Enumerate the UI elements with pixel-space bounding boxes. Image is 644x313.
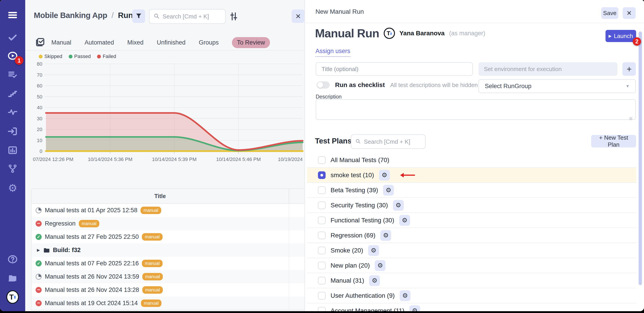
runs-tab[interactable]: Automated	[85, 39, 114, 46]
run-title[interactable]: Manual tests at 07 Feb 2025 22:16	[45, 260, 139, 267]
runs-search-input[interactable]	[162, 13, 221, 20]
run-as-checklist-toggle[interactable]	[316, 81, 330, 89]
test-plan-label[interactable]: Beta Testing (39)	[330, 187, 378, 194]
test-plan-settings-button[interactable]: ⚙	[383, 185, 394, 196]
save-button[interactable]: Save	[601, 7, 618, 19]
close-button[interactable]: ✕	[622, 7, 636, 19]
steps-icon[interactable]	[6, 87, 19, 100]
test-plan-label[interactable]: All Manual Tests (70)	[330, 156, 389, 164]
run-row[interactable]: Manual tests at 01 Apr 2025 12:58 manual	[32, 204, 304, 217]
test-plan-row[interactable]: Functional Testing (30) ⚙	[307, 213, 636, 228]
run-title[interactable]: Manual tests at 19 Oct 2024 15:14	[45, 300, 138, 307]
run-row[interactable]: Regression manual	[32, 217, 304, 230]
legend-item[interactable]: Failed	[97, 53, 116, 59]
rungroup-select[interactable]: Select RunGroup ▼	[478, 79, 636, 93]
run-title-input[interactable]	[316, 62, 473, 76]
expand-caret-icon[interactable]: ▶	[37, 248, 40, 253]
run-row[interactable]: ▶ Build: f32	[32, 244, 304, 257]
test-plan-checkbox[interactable]	[318, 186, 326, 194]
run-row[interactable]: Manual tests at 27 Feb 2025 22:50 manual	[32, 230, 304, 244]
test-plan-settings-button[interactable]: ⚙	[400, 290, 410, 301]
test-plan-label[interactable]: User Authentication (9)	[330, 292, 395, 299]
test-plan-label[interactable]: Functional Testing (30)	[330, 217, 394, 224]
analytics-icon[interactable]	[6, 144, 19, 156]
settings-gear-icon[interactable]: ⚙	[6, 182, 19, 194]
test-plan-row[interactable]: Account Management (11) ⚙	[307, 303, 636, 311]
test-plan-checkbox[interactable]	[318, 307, 326, 312]
breadcrumb-project[interactable]: Mobile Banking App	[34, 11, 107, 19]
test-plan-row[interactable]: Beta Testing (39) ⚙	[307, 183, 636, 198]
test-plan-label[interactable]: Manual (31)	[330, 277, 364, 284]
run-row[interactable]: Manual tests at 07 Feb 2025 22:16 manual	[32, 257, 304, 270]
test-plan-checkbox[interactable]	[318, 171, 326, 179]
test-plan-row[interactable]: smoke test (10) ⚙	[307, 168, 636, 183]
branch-icon[interactable]	[6, 162, 19, 175]
run-title[interactable]: Manual tests at 27 Feb 2025 22:50	[45, 233, 139, 240]
test-plans-search-input[interactable]	[364, 138, 421, 146]
menu-icon[interactable]	[6, 9, 19, 21]
pulse-icon[interactable]	[6, 106, 19, 118]
run-title[interactable]: Build: f32	[53, 247, 80, 254]
app-logo[interactable]: T▮	[6, 291, 19, 303]
run-title[interactable]: Manual tests at 26 Nov 2024 13:28	[45, 287, 139, 294]
run-row[interactable]: Manual tests at 19 Oct 2024 15:14 manual	[32, 297, 304, 310]
runs-tab[interactable]: Groups	[199, 39, 219, 46]
description-textarea[interactable]	[316, 99, 636, 120]
runs-tab[interactable]: To Review	[232, 37, 270, 48]
test-plans-icon[interactable]	[6, 68, 19, 81]
test-plan-row[interactable]: User Authentication (9) ⚙	[307, 288, 636, 303]
launch-button[interactable]: ▶ Launch	[606, 30, 636, 42]
help-icon[interactable]	[6, 253, 19, 266]
test-plan-checkbox[interactable]	[318, 217, 326, 224]
test-plan-row[interactable]: Smoke (20) ⚙	[307, 243, 636, 258]
runs-tab[interactable]: Manual	[51, 39, 72, 46]
test-plan-checkbox[interactable]	[318, 277, 326, 285]
scrollbar-thumb[interactable]	[638, 31, 642, 285]
run-title[interactable]: Manual tests at 26 Nov 2024 13:59	[45, 273, 139, 280]
test-plan-row[interactable]: New plan (20) ⚙	[307, 258, 636, 273]
test-plan-settings-button[interactable]: ⚙	[369, 275, 380, 286]
legend-item[interactable]: Passed	[69, 53, 91, 59]
test-plan-settings-button[interactable]: ⚙	[393, 200, 404, 211]
import-icon[interactable]	[6, 125, 19, 138]
adjustments-icon[interactable]	[229, 12, 238, 21]
test-plan-label[interactable]: smoke test (10)	[330, 171, 374, 179]
runs-tab[interactable]: Unfinished	[157, 39, 186, 46]
run-row[interactable]: Manual tests at 26 Nov 2024 13:28 manual	[32, 283, 304, 297]
test-plan-label[interactable]: Smoke (20)	[330, 247, 363, 254]
test-plan-checkbox[interactable]	[318, 247, 326, 254]
test-plan-settings-button[interactable]: ⚙	[379, 170, 390, 180]
run-title[interactable]: Regression	[45, 220, 76, 227]
test-plan-checkbox[interactable]	[318, 262, 326, 269]
test-plan-label[interactable]: New plan (20)	[330, 262, 370, 269]
test-plan-checkbox[interactable]	[318, 201, 326, 209]
run-row[interactable]: Manual tests at 26 Nov 2024 13:59 manual	[32, 270, 304, 283]
test-plan-settings-button[interactable]: ⚙	[368, 245, 379, 256]
legend-item[interactable]: Skipped	[39, 53, 62, 59]
test-plan-row[interactable]: Security Testing (30) ⚙	[307, 198, 636, 213]
run-title[interactable]: Manual tests at 01 Apr 2025 12:58	[45, 207, 137, 214]
select-runs-icon[interactable]	[35, 37, 45, 47]
docs-folder-icon[interactable]	[6, 272, 19, 285]
new-test-plan-button[interactable]: + New Test Plan	[591, 135, 636, 148]
test-plan-row[interactable]: Manual (31) ⚙	[307, 273, 636, 288]
tests-check-icon[interactable]	[6, 31, 19, 44]
test-plan-checkbox[interactable]	[318, 292, 326, 300]
close-panel-button[interactable]: ✕	[292, 9, 304, 23]
test-plan-settings-button[interactable]: ⚙	[380, 230, 391, 241]
environment-input[interactable]	[478, 62, 618, 76]
test-plan-settings-button[interactable]: ⚙	[409, 305, 420, 312]
test-plan-row[interactable]: All Manual Tests (70)	[307, 153, 636, 168]
assign-users-link[interactable]: Assign users	[316, 48, 350, 57]
test-plan-checkbox[interactable]	[318, 156, 326, 164]
add-environment-button[interactable]: +	[622, 62, 636, 76]
test-plan-settings-button[interactable]: ⚙	[375, 260, 386, 271]
test-plan-settings-button[interactable]: ⚙	[399, 215, 410, 226]
test-plan-label[interactable]: Security Testing (30)	[330, 202, 388, 209]
test-plan-label[interactable]: Regression (69)	[330, 232, 375, 239]
test-plan-checkbox[interactable]	[318, 232, 326, 239]
runs-tab[interactable]: Mixed	[127, 39, 144, 46]
filter-button[interactable]	[132, 9, 145, 23]
test-plan-label[interactable]: Account Management (11)	[330, 307, 404, 312]
test-plan-row[interactable]: Regression (69) ⚙	[307, 228, 636, 243]
